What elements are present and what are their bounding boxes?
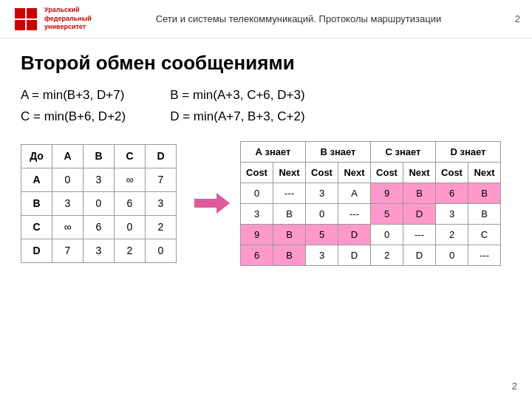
right-table-cell: B [403, 183, 436, 203]
left-table-col-header: B [83, 144, 115, 168]
formulas-area: A = min(B+3, D+7) C = min(B+6, D+2) B = … [21, 85, 511, 128]
right-table-cell: 9 [241, 224, 273, 245]
right-table-group-header: B знает [306, 141, 371, 162]
right-table-cell: 9 [371, 183, 403, 203]
right-table-cell: B [273, 224, 306, 245]
table-row: 6B3D2D0--- [241, 245, 501, 265]
right-table: А знаетB знаетC знаетD знает CostNextCos… [240, 141, 501, 266]
right-table-cell: B [273, 203, 306, 224]
page-number: 2 [512, 381, 517, 392]
right-table-sub-header: Next [338, 162, 371, 183]
table-row: D7320 [21, 239, 177, 262]
right-table-cell: 0 [371, 224, 403, 245]
left-table-cell: 7 [146, 168, 177, 191]
right-table-cell: --- [403, 224, 436, 245]
left-table-cell: 3 [83, 239, 115, 262]
svg-rect-2 [15, 20, 25, 30]
right-table-cell: 3 [241, 203, 273, 224]
right-table-sub-header: Cost [371, 162, 403, 183]
left-table-col-header: A [52, 144, 83, 168]
right-table-group-headers: А знаетB знаетC знаетD знает [241, 141, 501, 162]
logo: Уральскийфедеральныйуниверситет [12, 5, 92, 33]
left-table-cell: 0 [83, 191, 115, 215]
right-table-cell: A [338, 183, 371, 203]
right-table-cell: 5 [371, 203, 403, 224]
right-table-cell: 5 [306, 224, 338, 245]
left-table-cell: 3 [83, 168, 115, 191]
right-table-body: 0---3A9B6B3B0---5D3B9B5D0---2C6B3D2D0--- [241, 183, 501, 265]
right-table-sub-header: Cost [306, 162, 338, 183]
left-table-cell: 3 [146, 191, 177, 215]
left-table-cell: D [21, 239, 52, 262]
left-table-cell: 3 [52, 191, 83, 215]
right-table-cell: 3 [306, 245, 338, 265]
right-table-sub-header: Next [273, 162, 306, 183]
right-table-cell: B [468, 183, 501, 203]
right-table-cell: --- [338, 203, 371, 224]
right-table-cell: D [403, 245, 436, 265]
table-row: C∞602 [21, 215, 177, 239]
left-table-header-row: ДоABCD [21, 144, 177, 168]
left-table-cell: 0 [115, 215, 146, 239]
left-table-cell: 6 [115, 191, 146, 215]
arrow-wrap [194, 188, 230, 218]
left-table-body: A03∞7B3063C∞602D7320 [21, 168, 177, 262]
table-row: 9B5D0---2C [241, 224, 501, 245]
right-table-cell: 3 [306, 183, 338, 203]
right-table-cell: D [338, 245, 371, 265]
right-table-cell: 0 [306, 203, 338, 224]
left-table-cell: 2 [115, 239, 146, 262]
svg-rect-0 [15, 8, 25, 18]
right-table-cell: 3 [436, 203, 468, 224]
left-table-cell: A [21, 168, 52, 191]
right-table-cell: 6 [436, 183, 468, 203]
header-page-num: 2 [505, 13, 520, 24]
right-table-cell: D [403, 203, 436, 224]
formula-left-1: A = min(B+3, D+7) [21, 85, 126, 106]
left-table-cell: B [21, 191, 52, 215]
formula-right: B = min(A+3, C+6, D+3) D = min(A+7, B+3,… [170, 85, 304, 128]
logo-text: Уральскийфедеральныйуниверситет [44, 6, 92, 32]
formula-left-2: C = min(B+6, D+2) [21, 106, 126, 128]
header: Уральскийфедеральныйуниверситет Сети и с… [0, 0, 532, 38]
header-title: Сети и системы телекоммуникаций. Протоко… [92, 13, 505, 24]
left-table-cell: C [21, 215, 52, 239]
right-table-wrap: А знаетB знаетC знаетD знает CostNextCos… [240, 141, 501, 266]
svg-marker-4 [194, 193, 230, 214]
logo-icon [12, 5, 40, 33]
table-row: 0---3A9B6B [241, 183, 501, 203]
left-table-cell: ∞ [115, 168, 146, 191]
right-table-cell: --- [273, 183, 306, 203]
right-table-cell: D [338, 224, 371, 245]
left-table-cell: 7 [52, 239, 83, 262]
table-row: 3B0---5D3B [241, 203, 501, 224]
formula-right-1: B = min(A+3, C+6, D+3) [170, 85, 304, 106]
formula-right-2: D = min(A+7, B+3, C+2) [170, 106, 304, 128]
right-table-sub-header: Next [468, 162, 501, 183]
left-table-cell: ∞ [52, 215, 83, 239]
right-table-cell: B [273, 245, 306, 265]
left-table-col-header: C [115, 144, 146, 168]
arrow-icon [194, 188, 230, 218]
left-table-col-header: D [146, 144, 177, 168]
left-table-cell: 2 [146, 215, 177, 239]
right-table-sub-headers: CostNextCostNextCostNextCostNext [241, 162, 501, 183]
slide-content: Второй обмен сообщениями A = min(B+3, D+… [0, 38, 532, 275]
left-table-cell: 0 [52, 168, 83, 191]
right-table-sub-header: Cost [436, 162, 468, 183]
table-row: A03∞7 [21, 168, 177, 191]
left-table: ДоABCD A03∞7B3063C∞602D7320 [21, 144, 177, 263]
right-table-group-header: А знает [241, 141, 306, 162]
slide-title: Второй обмен сообщениями [21, 52, 511, 75]
right-table-cell: 6 [241, 245, 273, 265]
right-table-cell: B [468, 203, 501, 224]
right-table-cell: --- [468, 245, 501, 265]
svg-rect-1 [27, 8, 37, 18]
left-table-cell: 0 [146, 239, 177, 262]
formula-left: A = min(B+3, D+7) C = min(B+6, D+2) [21, 85, 126, 128]
right-table-cell: C [468, 224, 501, 245]
left-table-col-header: До [21, 144, 52, 168]
right-table-cell: 0 [436, 245, 468, 265]
left-table-wrap: ДоABCD A03∞7B3063C∞602D7320 [21, 144, 177, 263]
svg-rect-3 [27, 20, 37, 30]
